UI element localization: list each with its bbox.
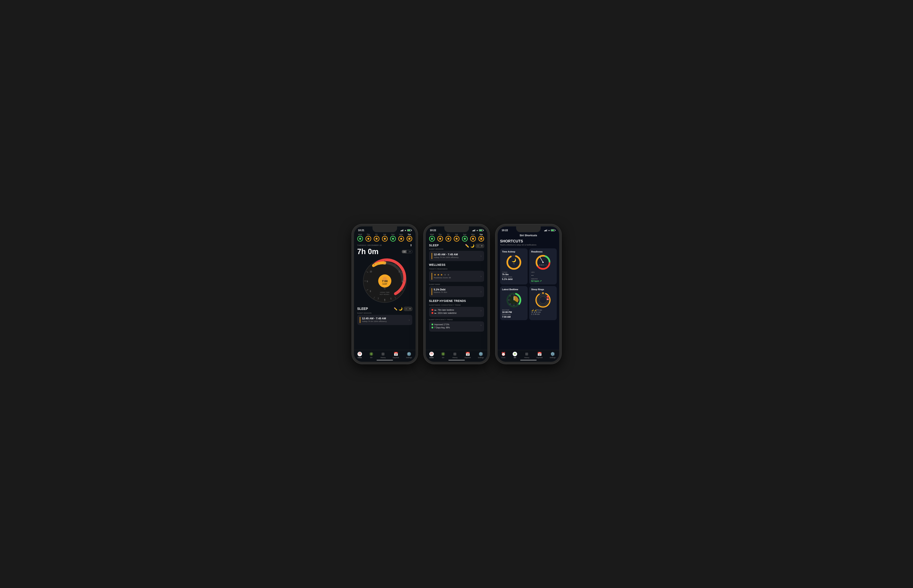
day-sun-1[interactable]: Sun [390, 233, 396, 242]
card-bedtime-3[interactable]: Latest Bedtime [500, 286, 528, 320]
edit-icon-2[interactable]: ✏️ [465, 244, 469, 248]
svg-text:8: 8 [370, 290, 371, 292]
status-icons-2: ▲ [473, 229, 483, 231]
z-ring-3: Z Z 0h 0m [531, 313, 555, 315]
bedtime-label-3: BEDTIME [502, 309, 526, 311]
minus-button-1[interactable]: − [404, 307, 408, 311]
card-readiness-3[interactable]: Readiness ★★★☆☆ [529, 248, 557, 284]
format-24-1[interactable]: 24 [407, 250, 412, 253]
bank-card-2[interactable]: 5.1% Debt Balance 7h 35m › [429, 286, 484, 297]
svg-text:3: 3 [401, 280, 403, 283]
readiness-card-2[interactable]: ★ ★ ★ ★ ★ Readiness Score: 88 › [429, 271, 484, 282]
tab-clock-2[interactable]: ⏰ Clock [429, 352, 434, 359]
card-today-3: TODAY 7h 0m SLEEP BANK 5.1% debt [502, 271, 526, 280]
tab-siri-1[interactable]: ✳️ Siri [369, 352, 374, 359]
history-icon-1: ⊞ [382, 352, 385, 356]
day-mon-1[interactable]: Mon [398, 233, 404, 242]
day-ring-sat-1 [382, 236, 388, 242]
efficiency-card-2[interactable]: Improved 17.5% 7 Days Avg. 98% › [429, 321, 484, 332]
day-fri-1[interactable]: Fri [374, 233, 379, 242]
day-wed-1[interactable]: Wed [357, 233, 363, 242]
plus-button-1[interactable]: + [408, 307, 412, 311]
sleep-header-1: SLEEP ✏️ 🌙 − + [357, 307, 412, 311]
ring-svg-time-3: 🌙 % [506, 254, 522, 270]
date-header-1: TUESDAY, DECEMBER 18 ⬆ [354, 243, 416, 247]
tab-dayedit-2[interactable]: 📅 Day/Edit [465, 352, 471, 359]
consistency-card-2[interactable]: 🛏 79m later bedtime 🛏 162m later waketim… [429, 307, 484, 317]
day-ring-mon-1 [398, 236, 404, 242]
tab-dayedit-3[interactable]: 📅 Day/Edit [536, 352, 542, 359]
session-info-2: 12:45 AM - 7:45 AM Asleep 7h 0m 100% eff… [434, 253, 459, 258]
phone2-scroll[interactable]: SLEEP ✏️ 🌙 − + SLEEP SESSION [426, 243, 487, 350]
ring-bedtime-3: 0 3 6 9 12 15 18 21 [502, 292, 526, 308]
day-wed-2[interactable]: Wed [429, 233, 435, 242]
svg-text:12: 12 [383, 262, 386, 265]
phone-3: 10:22 ↑ ▲ Siri Shortcuts [495, 225, 561, 364]
tab-siri-2[interactable]: ✳️ Siri [441, 352, 445, 359]
day-fri-2[interactable]: Fri [445, 233, 451, 242]
day-ring-tue-2 [478, 236, 484, 242]
day-sat-2[interactable]: Sat [454, 233, 460, 242]
card-title-readiness-3: Readiness [531, 250, 555, 253]
session-card-2[interactable]: 12:45 AM - 7:45 AM Asleep 7h 0m 100% eff… [429, 251, 484, 261]
plus-button-2[interactable]: + [480, 244, 484, 248]
day-sat-1[interactable]: Sat [382, 233, 388, 242]
sleep-header-2: SLEEP ✏️ 🌙 − + [429, 243, 484, 248]
tab-history-2[interactable]: ⊞ History [452, 352, 457, 359]
trend-bed-icon-1: 🛏 [434, 309, 437, 311]
tab-settings-2[interactable]: ⚙️ Settings [478, 352, 484, 359]
day-sun-2[interactable]: Sun [462, 233, 468, 242]
bank-label-3: SLEEP BANK [502, 276, 526, 278]
trend-dot-red-1 [432, 309, 433, 311]
tab-history-3[interactable]: ⊞ History [524, 352, 529, 359]
tab-clock-3[interactable]: ⏰ Clock [501, 352, 506, 359]
card-sleep-rings-3[interactable]: Sleep Rings [529, 286, 557, 320]
day-label-tue-2: Tue [479, 233, 482, 236]
day-tue-2[interactable]: Tue [478, 233, 484, 242]
session-sub-2: Asleep 7h 0m 100% efficiency. [434, 256, 459, 258]
edit-icon-1[interactable]: ✏️ [394, 307, 397, 310]
tab-history-1[interactable]: ⊞ History [380, 352, 385, 359]
tab-settings-1[interactable]: ⚙️ Settings [406, 352, 412, 359]
status-time-1: 10:21 [358, 229, 364, 232]
svg-line-38 [540, 257, 543, 262]
home-indicator-2 [448, 360, 465, 360]
day-thu-1[interactable]: Thu [366, 233, 371, 242]
trend-items-2: 🛏 79m later bedtime 🛏 162m later waketim… [432, 309, 481, 315]
tab-settings-label-2: Settings [478, 357, 484, 359]
format-12-1[interactable]: 12 [402, 250, 406, 253]
trend-dot-green-1 [432, 324, 433, 325]
efficiency-text-2: 7 Days Avg. 98% [434, 326, 450, 329]
location-icon-2: ↑ [454, 229, 455, 231]
yellow-bar-2 [432, 253, 432, 259]
time-format-1: 12 24 [402, 250, 412, 253]
tab-siri-3[interactable]: ✳️ Siri [513, 352, 517, 359]
hygiene-title-2: SLEEP HYGIENE TRENDS [429, 299, 484, 302]
trend-dot-green-2 [432, 327, 433, 328]
sleep-section-1: SLEEP ✏️ 🌙 − + SLEEP SESSION [354, 305, 416, 327]
day-thu-2[interactable]: Thu [437, 233, 443, 242]
tab-dayedit-label-3: Day/Edit [536, 357, 542, 359]
card-time-asleep-3[interactable]: Time Asleep 🌙 % TODAY 7h 0m [500, 248, 528, 284]
ring-svg-bedtime-3: 0 3 6 9 12 15 18 21 [506, 292, 522, 308]
minus-button-2[interactable]: − [476, 244, 480, 248]
day-mon-2[interactable]: Mon [470, 233, 476, 242]
history-icon-3: ⊞ [525, 352, 528, 356]
chevron-1: › [409, 318, 410, 321]
bank-info-2: 5.1% Debt Balance 7h 35m [434, 288, 447, 293]
tab-clock-1[interactable]: ⏰ Clock [358, 352, 362, 359]
session-card-1[interactable]: 12:45 AM - 7:45 AM Asleep 7h 0m 100% eff… [357, 315, 412, 325]
bedtime-val-3: 10:00 PM [502, 311, 526, 313]
share-button-1[interactable]: ⬆ [410, 244, 412, 247]
day-tue-1[interactable]: Tue [406, 233, 412, 242]
day-label-thu-1: Thu [367, 233, 370, 236]
day-label-sat-2: Sat [455, 233, 458, 236]
svg-text:6: 6 [384, 299, 385, 301]
svg-text:2: 2 [398, 270, 400, 273]
phone1-scroll[interactable]: TUESDAY, DECEMBER 18 ⬆ 7h 0m 12 24 [354, 243, 416, 350]
tab-settings-3[interactable]: ⚙️ Settings [550, 352, 555, 359]
phone3-scroll[interactable]: SHORTCUTS Touch a Shortcut to setup Siri… [498, 238, 559, 350]
day-label-fri-2: Fri [447, 233, 449, 236]
tab-dayedit-1[interactable]: 📅 Day/Edit [393, 352, 399, 359]
dayedit-icon-2: 📅 [465, 352, 470, 356]
